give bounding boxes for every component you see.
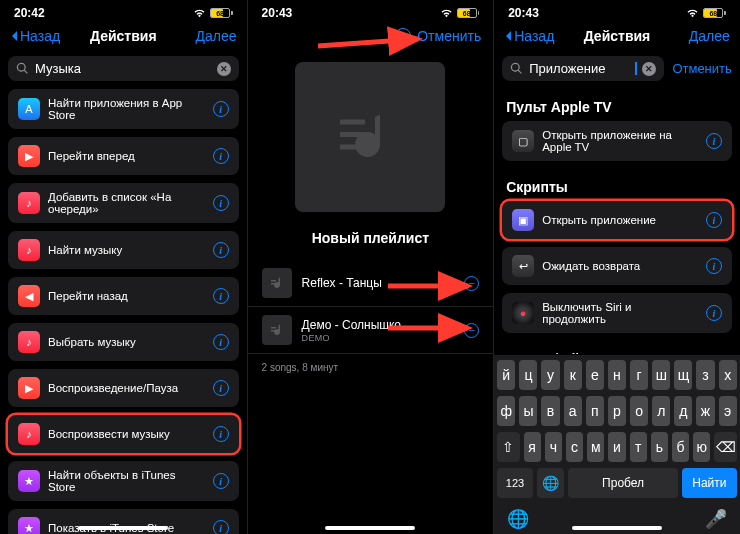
info-icon[interactable]: i — [706, 212, 722, 228]
home-indicator[interactable] — [78, 526, 168, 530]
remove-icon[interactable]: − — [464, 323, 479, 338]
key-н[interactable]: н — [608, 360, 626, 390]
key-с[interactable]: с — [566, 432, 583, 462]
key-backspace[interactable]: ⌫ — [714, 432, 736, 462]
info-icon[interactable]: i — [213, 101, 229, 117]
list-item[interactable]: ● Выключить Siri и продолжить i — [502, 293, 732, 333]
key-з[interactable]: з — [696, 360, 714, 390]
next-button[interactable]: Далее — [179, 28, 237, 44]
info-icon[interactable]: i — [213, 473, 229, 489]
phone-middle: 20:43 68 + Отменить Новый плейлист Refle… — [247, 0, 494, 534]
list-item[interactable]: ♪Найти музыкуi — [8, 231, 239, 269]
info-icon[interactable]: i — [213, 426, 229, 442]
key-numbers[interactable]: 123 — [497, 468, 533, 498]
info-icon[interactable]: i — [706, 258, 722, 274]
list-item[interactable]: ★Показать в iTunes Storei — [8, 509, 239, 534]
remove-icon[interactable]: − — [464, 276, 479, 291]
section-header: Медиафайлы — [502, 341, 732, 354]
key-б[interactable]: б — [672, 432, 689, 462]
key-у[interactable]: у — [541, 360, 559, 390]
key-й[interactable]: й — [497, 360, 515, 390]
emoji-icon[interactable]: 🌐 — [507, 508, 529, 530]
key-ф[interactable]: ф — [497, 396, 515, 426]
home-indicator[interactable] — [325, 526, 415, 530]
song-row[interactable]: Reflex - Танцы− — [248, 260, 494, 307]
info-icon[interactable]: i — [213, 148, 229, 164]
apple-tv-icon: ▢ — [512, 130, 534, 152]
key-м[interactable]: м — [587, 432, 604, 462]
key-к[interactable]: к — [564, 360, 582, 390]
key-search[interactable]: Найти — [682, 468, 737, 498]
search-cancel-button[interactable]: Отменить — [672, 61, 731, 76]
song-title: Reflex - Танцы — [302, 276, 455, 290]
key-ш[interactable]: ш — [652, 360, 670, 390]
search-input[interactable]: Приложение ✕ — [502, 56, 664, 81]
song-art-icon — [262, 315, 292, 345]
key-ж[interactable]: ж — [696, 396, 714, 426]
clear-icon[interactable]: ✕ — [642, 62, 656, 76]
list-item[interactable]: ♪Воспроизвести музыкуi — [8, 415, 239, 453]
playlist-artwork[interactable] — [295, 62, 445, 212]
key-х[interactable]: х — [719, 360, 737, 390]
back-button[interactable]: Назад — [10, 28, 68, 44]
list-item[interactable]: ★Найти объекты в iTunes Storei — [8, 461, 239, 501]
key-р[interactable]: р — [608, 396, 626, 426]
back-button[interactable]: Назад — [504, 28, 562, 44]
key-е[interactable]: е — [586, 360, 604, 390]
key-ц[interactable]: ц — [519, 360, 537, 390]
list-item[interactable]: ◀Перейти назадi — [8, 277, 239, 315]
info-icon[interactable]: i — [213, 288, 229, 304]
info-icon[interactable]: i — [213, 195, 229, 211]
list-item-label: Найти музыку — [48, 244, 205, 256]
list-item[interactable]: ▢ Открыть приложение на Apple TV i — [502, 121, 732, 161]
info-icon[interactable]: i — [213, 380, 229, 396]
key-т[interactable]: т — [630, 432, 647, 462]
list-item[interactable]: ▶Перейти впередi — [8, 137, 239, 175]
home-indicator[interactable] — [572, 526, 662, 530]
mic-icon[interactable]: 🎤 — [705, 508, 727, 530]
key-л[interactable]: л — [652, 396, 670, 426]
info-icon[interactable]: i — [706, 305, 722, 321]
key-щ[interactable]: щ — [674, 360, 692, 390]
row-icon: A — [18, 98, 40, 120]
info-icon[interactable]: i — [706, 133, 722, 149]
list-item[interactable]: ♪Выбрать музыкуi — [8, 323, 239, 361]
next-button[interactable]: Далее — [672, 28, 730, 44]
key-и[interactable]: и — [608, 432, 625, 462]
key-ь[interactable]: ь — [651, 432, 668, 462]
page-title: Действия — [584, 28, 651, 44]
list-item[interactable]: ↩ Ожидать возврата i — [502, 247, 732, 285]
list-item-label: Воспроизведение/Пауза — [48, 382, 205, 394]
info-icon[interactable]: i — [213, 242, 229, 258]
key-о[interactable]: о — [630, 396, 648, 426]
key-д[interactable]: д — [674, 396, 692, 426]
list-item[interactable]: AНайти приложения в App Storei — [8, 89, 239, 129]
list-item[interactable]: ♪Добавить в список «На очереди»i — [8, 183, 239, 223]
search-input[interactable]: Музыка ✕ — [8, 56, 239, 81]
key-в[interactable]: в — [541, 396, 559, 426]
key-я[interactable]: я — [524, 432, 541, 462]
status-right: 68 — [440, 8, 480, 18]
list-item[interactable]: ▶Воспроизведение/Паузаi — [8, 369, 239, 407]
key-э[interactable]: э — [719, 396, 737, 426]
song-row[interactable]: Демо - СолнышкоDEMO− — [248, 307, 494, 354]
list-item[interactable]: ▣ Открыть приложение i — [502, 201, 732, 239]
cancel-button[interactable]: + Отменить — [248, 22, 494, 50]
key-shift[interactable]: ⇧ — [497, 432, 519, 462]
key-ю[interactable]: ю — [693, 432, 710, 462]
nav-bar: Назад Действия Далее — [0, 22, 247, 52]
key-ы[interactable]: ы — [519, 396, 537, 426]
list-item-label: Добавить в список «На очереди» — [48, 191, 205, 215]
info-icon[interactable]: i — [213, 334, 229, 350]
section-header: Скрипты — [502, 169, 732, 201]
key-а[interactable]: а — [564, 396, 582, 426]
key-globe[interactable]: 🌐 — [537, 468, 564, 498]
key-ч[interactable]: ч — [545, 432, 562, 462]
info-icon[interactable]: i — [213, 520, 229, 534]
clear-icon[interactable]: ✕ — [217, 62, 231, 76]
key-п[interactable]: п — [586, 396, 604, 426]
key-г[interactable]: г — [630, 360, 648, 390]
key-space[interactable]: Пробел — [568, 468, 678, 498]
search-value: Приложение — [529, 61, 636, 76]
list-item-label: Найти приложения в App Store — [48, 97, 205, 121]
